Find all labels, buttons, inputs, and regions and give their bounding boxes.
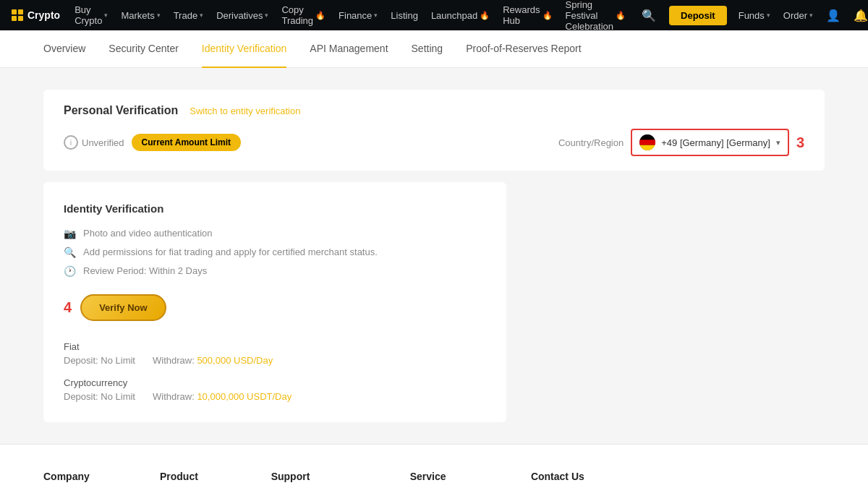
photo-icon: 📷	[64, 228, 76, 239]
permissions-icon: 🔍	[64, 247, 76, 258]
nav-trade[interactable]: Trade ▾	[168, 0, 209, 30]
svg-rect-3	[639, 145, 655, 150]
crypto-deposit-label: Deposit: No Limit	[64, 391, 135, 402]
footer-product: Product Spot Trading	[160, 471, 213, 488]
unverified-badge: i Unverified	[64, 135, 124, 150]
personal-verification-card: Personal Verification Switch to entity v…	[43, 90, 825, 171]
footer-contact-heading: Contact Us	[531, 471, 745, 482]
footer: Company About XT.com Product Spot Tradin…	[0, 444, 868, 488]
nav-spring-festival[interactable]: Spring Festival Celebration 🔥	[560, 0, 632, 30]
fiat-type-label: Fiat	[64, 341, 486, 352]
logo-text: Crypto	[27, 9, 60, 21]
sub-nav: Overview Security Center Identity Verifi…	[0, 30, 868, 68]
deposit-button[interactable]: Deposit	[669, 6, 727, 25]
step-3-badge: 3	[796, 134, 804, 151]
funds-nav[interactable]: Funds ▾	[733, 0, 776, 30]
dropdown-arrow-icon: ▾	[776, 138, 780, 147]
notification-icon[interactable]: 🔔	[848, 9, 868, 22]
nav-markets[interactable]: Markets ▾	[115, 0, 166, 30]
footer-company-heading: Company	[43, 471, 102, 482]
fiat-limits: Fiat Deposit: No Limit Withdraw: 500,000…	[64, 341, 486, 366]
identity-verification-box: Identity Verification 📷 Photo and video …	[43, 182, 506, 422]
tab-api-management[interactable]: API Management	[310, 30, 388, 68]
nav-derivatives[interactable]: Derivatives ▾	[210, 0, 274, 30]
crypto-type-label: Cryptocurrency	[64, 377, 486, 388]
feature-review-period: 🕐 Review Period: Within 2 Days	[64, 265, 486, 277]
iv-features-list: 📷 Photo and video authentication 🔍 Add p…	[64, 228, 486, 277]
nav-finance[interactable]: Finance ▾	[333, 0, 383, 30]
nav-copy-trading[interactable]: Copy Trading 🔥	[276, 0, 331, 30]
tab-overview[interactable]: Overview	[43, 30, 85, 68]
order-nav[interactable]: Order ▾	[778, 0, 819, 30]
search-icon[interactable]: 🔍	[634, 9, 663, 22]
limits-section: Fiat Deposit: No Limit Withdraw: 500,000…	[64, 341, 486, 402]
nav-buy-crypto[interactable]: Buy Crypto ▾	[69, 0, 114, 30]
pv-title: Personal Verification	[64, 104, 178, 117]
footer-service: Service APP Download	[410, 471, 473, 488]
logo[interactable]: Crypto	[12, 9, 60, 21]
footer-contact: Contact Us f ✕ r ● in t □ ◎	[531, 471, 745, 488]
svg-rect-2	[639, 140, 655, 145]
fiat-deposit-label: Deposit: No Limit	[64, 355, 135, 366]
germany-flag	[639, 134, 655, 150]
step-4-badge: 4	[64, 299, 72, 316]
crypto-withdraw-label: Withdraw: 10,000,000 USDT/Day	[153, 391, 292, 402]
nav-rewards-hub[interactable]: Rewards Hub 🔥	[497, 0, 558, 30]
user-avatar-icon[interactable]: 👤	[820, 9, 846, 22]
feature-photo-video: 📷 Photo and video authentication	[64, 228, 486, 239]
footer-product-heading: Product	[160, 471, 213, 482]
amount-limit-button[interactable]: Current Amount Limit	[132, 134, 242, 151]
clock-icon: 🕐	[64, 265, 76, 277]
footer-company: Company About XT.com	[43, 471, 102, 488]
nav-listing[interactable]: Listing	[385, 0, 424, 30]
country-value: +49 [Germany] [Germany]	[661, 137, 770, 148]
tab-proof-of-reserves[interactable]: Proof-of-Reserves Report	[466, 30, 582, 68]
switch-to-entity-link[interactable]: Switch to entity verification	[190, 106, 300, 116]
tab-identity-verification[interactable]: Identity Verification	[202, 30, 287, 68]
verify-now-button[interactable]: Verify Now	[80, 294, 166, 321]
iv-title: Identity Verification	[64, 202, 486, 215]
footer-support-heading: Support	[271, 471, 352, 482]
svg-rect-1	[639, 134, 655, 140]
fiat-withdraw-label: Withdraw: 500,000 USD/Day	[153, 355, 273, 366]
footer-support: Support API Documentation	[271, 471, 352, 488]
crypto-limits: Cryptocurrency Deposit: No Limit Withdra…	[64, 377, 486, 402]
country-region-label: Country/Region	[558, 137, 624, 148]
footer-service-heading: Service	[410, 471, 473, 482]
nav-launchpad[interactable]: Launchpad 🔥	[425, 0, 495, 30]
tab-security-center[interactable]: Security Center	[109, 30, 178, 68]
user-circle-icon: i	[64, 135, 78, 150]
country-select[interactable]: +49 [Germany] [Germany] ▾	[631, 129, 789, 156]
feature-fiat-permissions: 🔍 Add permissions for fiat trading and a…	[64, 247, 486, 258]
tab-setting[interactable]: Setting	[412, 30, 443, 68]
main-content: Personal Verification Switch to entity v…	[0, 68, 868, 444]
top-nav: Crypto Buy Crypto ▾ Markets ▾ Trade ▾ De…	[0, 0, 868, 30]
unverified-label: Unverified	[82, 137, 124, 148]
